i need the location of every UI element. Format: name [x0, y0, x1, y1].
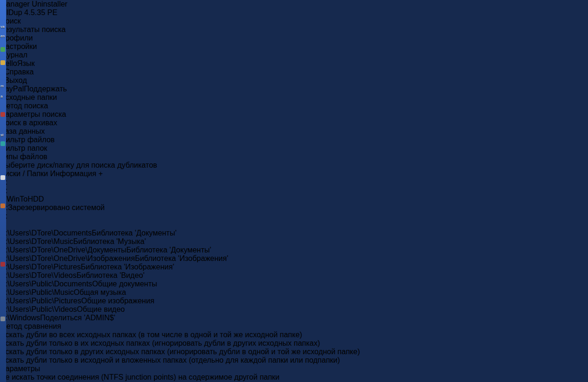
parameter-options: Не искать точки соединения (NTFS junctio…: [0, 373, 588, 382]
row-info: Общие документы: [92, 280, 157, 288]
compare-method-options: Искать дубли во всех исходных папках (в …: [0, 331, 588, 365]
column-header-info[interactable]: Информация: [50, 170, 97, 178]
table-rows: C:D:F:WinToHDDG:Зарезервировано системой…: [0, 178, 588, 322]
search-method-button[interactable]: Метод поиска: [0, 102, 588, 110]
desktop-bottom-edge: Manager Uninstaller: [0, 0, 588, 8]
settings-button[interactable]: Настройки: [0, 42, 588, 51]
parameter-option[interactable]: Не искать точки соединения (NTFS junctio…: [0, 373, 588, 382]
search-results-button[interactable]: Результаты поиска: [0, 25, 588, 34]
row-info: Библиотека 'Документы': [126, 246, 211, 254]
desktop-label-fragment: en: [0, 34, 5, 38]
table-row[interactable]: C:\Users\DTore\DocumentsБиблиотека 'Доку…: [0, 229, 588, 237]
radio-label: Искать дубли только в других исходных па…: [0, 348, 360, 356]
database-button[interactable]: База данных: [0, 127, 588, 136]
file-types-button[interactable]: Типы файлов: [0, 153, 588, 161]
page-title: Выберите диск/папку для поиска дубликато…: [0, 161, 588, 170]
file-filter-label: Фильтр файлов: [0, 136, 55, 144]
desktop-icon-fragment: [0, 60, 5, 65]
table-row[interactable]: F:WinToHDD: [0, 195, 588, 203]
table-row[interactable]: C:\Users\Public\DocumentsОбщие документы: [0, 280, 588, 288]
search-button[interactable]: Поиск: [0, 17, 588, 25]
compare-method-option[interactable]: Искать дубли только в других исходных па…: [0, 348, 588, 356]
donate-label: Поддержать: [24, 85, 67, 93]
row-info: Общая музыка: [74, 288, 126, 296]
compare-method-group: Метод сравнения Искать дубли во всех исх…: [0, 322, 588, 365]
row-info: Библиотека 'Документы': [92, 229, 177, 237]
column-header-drives-folders[interactable]: Диски / Папки: [0, 170, 48, 178]
desktop-icon-fragment: [0, 317, 5, 321]
compare-method-title: Метод сравнения: [0, 322, 61, 330]
row-path: C:\Users\DTore\Pictures: [0, 263, 81, 271]
table-row[interactable]: D:: [0, 187, 588, 195]
add-column-button[interactable]: +: [98, 170, 103, 178]
search-options-button[interactable]: Параметры поиска: [0, 110, 588, 119]
search-results-label: Результаты поиска: [0, 25, 65, 33]
search-options-label: Параметры поиска: [0, 110, 66, 118]
file-filter-button[interactable]: Фильтр файлов: [0, 136, 588, 144]
row-info: Библиотека 'Изображения': [135, 254, 228, 262]
table-row[interactable]: C:\Users\DTore\PicturesБиблиотека 'Изобр…: [0, 263, 588, 271]
row-info: Общие изображения: [82, 297, 155, 305]
row-info: Поделиться 'ADMIN$': [40, 314, 115, 322]
desktop-left-edge: vaenmast: [0, 0, 6, 382]
alldup-window: AllDup 4.5.35 PE ПоискРезультаты поискаП…: [0, 8, 588, 382]
source-folders-table: Диски / Папки Информация + C:D:F:WinToHD…: [0, 170, 588, 322]
compare-method-option[interactable]: Искать дубли только в исходной и вложенн…: [0, 356, 588, 365]
table-row[interactable]: C:\Users\Public\MusicОбщая музыка: [0, 288, 588, 297]
search-method-label: Метод поиска: [0, 102, 48, 110]
table-row[interactable]: C:\Users\DTore\OneDrive\ДокументыБиблиот…: [0, 246, 588, 254]
help-label: Справка: [4, 68, 34, 76]
desktop-icon-fragment: [0, 141, 5, 146]
row-path: C:\Users\Public\Pictures: [0, 297, 82, 305]
help-button[interactable]: ?Справка: [0, 68, 588, 76]
table-row[interactable]: C:\Users\Public\VideosОбщие видео: [0, 305, 588, 314]
desktop-icon-label: Uninstaller: [32, 0, 68, 8]
file-types-label: Типы файлов: [0, 153, 48, 161]
archive-search-button[interactable]: Поиск в архивах: [0, 119, 588, 127]
desktop-label-fragment: st: [0, 133, 3, 137]
search-settings-toolbar: Исходные папкиМетод поискаПараметры поис…: [0, 93, 588, 161]
table-row[interactable]: C:\Users\DTore\MusicБиблиотека 'Музыка': [0, 237, 588, 246]
window-title: AllDup 4.5.35 PE: [0, 8, 57, 16]
table-row[interactable]: C:: [0, 178, 588, 187]
folder-filter-label: Фильтр папок: [0, 144, 47, 152]
profiles-button[interactable]: Профили: [0, 34, 588, 42]
donate-button[interactable]: PayPalПоддержать: [0, 85, 588, 93]
row-info: Библиотека 'Музыка': [74, 237, 146, 245]
table-row[interactable]: H:: [0, 212, 588, 220]
table-row[interactable]: C:\Users\Public\PicturesОбщие изображени…: [0, 297, 588, 305]
content-area: Выберите диск/папку для поиска дубликато…: [0, 161, 588, 382]
table-row[interactable]: C:\WindowsПоделиться 'ADMIN$': [0, 314, 588, 322]
row-path: C:\Users\DTore\Music: [0, 237, 74, 245]
row-info: Зарезервировано системой: [8, 203, 105, 211]
row-info: Общие видео: [77, 305, 125, 313]
row-info: WinToHDD: [7, 195, 44, 203]
titlebar: AllDup 4.5.35 PE: [0, 8, 588, 17]
folder-filter-button[interactable]: Фильтр папок: [0, 144, 588, 153]
desktop-icon-fragment: [0, 262, 5, 267]
source-folders-label: Исходные папки: [0, 93, 57, 101]
log-button[interactable]: Журнал: [0, 51, 588, 59]
compare-method-option[interactable]: Искать дубли во всех исходных папках (в …: [0, 331, 588, 339]
row-path: C:\Users\DTore\OneDrive\Документы: [0, 246, 126, 254]
language-button[interactable]: HelloЯзык: [0, 59, 588, 68]
compare-method-option[interactable]: Искать дубли только в их исходных папках…: [0, 339, 588, 348]
table-row[interactable]: C:\Users\DTore\VideosБиблиотека 'Видео': [0, 271, 588, 280]
row-path: C:\Users\DTore\Documents: [0, 229, 92, 237]
table-row[interactable]: C:\Users\DTore\OneDrive\ИзображенияБибли…: [0, 254, 588, 263]
desktop-icon-fragment: [0, 203, 5, 208]
source-folders-button[interactable]: Исходные папки: [0, 93, 588, 102]
table-row[interactable]: G:Зарезервировано системой: [0, 203, 588, 212]
table-row[interactable]: I:: [0, 220, 588, 229]
row-info: Библиотека 'Видео': [76, 271, 144, 279]
desktop-icon-fragment: [0, 175, 5, 180]
table-header: Диски / Папки Информация +: [0, 170, 588, 178]
row-path: C:\Users\DTore\Videos: [0, 271, 76, 279]
exit-button[interactable]: ×Выход: [0, 76, 588, 85]
language-label: Язык: [17, 59, 34, 67]
desktop-icon-fragment: [0, 112, 5, 117]
row-path: C:\Users\Public\Documents: [0, 280, 92, 288]
desktop-label-fragment: m: [0, 84, 4, 88]
row-info: Библиотека 'Изображения': [81, 263, 174, 271]
desktop-icon-fragment: [0, 47, 5, 52]
